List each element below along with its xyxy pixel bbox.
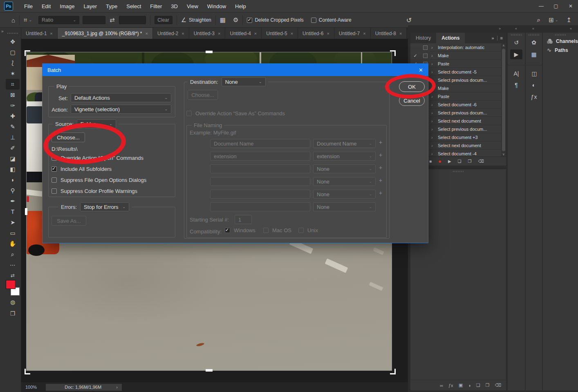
plus-icon[interactable]: +	[379, 190, 382, 196]
menu-item[interactable]: 3D	[166, 3, 182, 9]
document-tab[interactable]: Untitled-3 ×	[189, 28, 226, 39]
action-select[interactable]: Vignette (selection) ⌄	[71, 105, 171, 114]
checkbox[interactable]: ✓	[298, 228, 304, 233]
chevron-right-icon[interactable]: ›	[431, 53, 435, 58]
crop-tool[interactable]: ⌗	[6, 79, 20, 90]
panel-grip[interactable]	[529, 34, 539, 36]
menu-item[interactable]: Type	[101, 3, 122, 9]
tab-actions[interactable]: Actions	[436, 33, 465, 43]
crop-width-input[interactable]	[83, 16, 105, 24]
chevron-right-icon[interactable]: ›	[431, 69, 435, 74]
crop-handle[interactable]	[25, 208, 27, 215]
edit-toolbar[interactable]: ⋯	[6, 260, 20, 270]
chevron-right-icon[interactable]: ›	[431, 135, 435, 140]
chevron-right-icon[interactable]: ›	[431, 119, 435, 123]
close-tab-icon[interactable]: ×	[218, 31, 220, 36]
close-tab-icon[interactable]: ×	[327, 31, 329, 36]
ratio-select[interactable]: Ratio⌄	[38, 16, 79, 24]
options-checkbox[interactable]: ✓ Delete Cropped Pixels	[247, 17, 303, 23]
file-naming-select[interactable]: extension ⌄	[313, 152, 376, 161]
ok-button[interactable]: OK	[399, 81, 425, 92]
panel-item-paths[interactable]: ∿ Paths	[543, 44, 578, 53]
close-tab-icon[interactable]: ×	[291, 31, 293, 36]
document-tab[interactable]: Untitled-1 ×	[21, 28, 58, 39]
chevron-right-icon[interactable]: ›	[431, 94, 435, 99]
file-naming-input[interactable]	[210, 190, 310, 199]
crop-height-input[interactable]	[119, 16, 146, 24]
panel-grip[interactable]	[511, 34, 522, 36]
menu-item[interactable]: View	[182, 3, 203, 9]
adjustments-panel-icon[interactable]: ◐	[528, 80, 540, 90]
quick-mask-icon[interactable]: ◍	[6, 297, 20, 307]
mask-icon[interactable]: ▣	[459, 383, 463, 388]
scrollbar-thumb[interactable]	[502, 49, 505, 151]
dock-expand-icon[interactable]: »	[1, 29, 4, 34]
close-tab-icon[interactable]: ×	[181, 31, 184, 36]
errors-select[interactable]: Stop for Errors ⌄	[80, 202, 129, 211]
chevron-right-icon[interactable]: ›	[431, 127, 435, 132]
swap-colors-icon[interactable]: ⇄	[5, 273, 20, 278]
menu-item[interactable]: Filter	[146, 3, 166, 9]
checkbox[interactable]: ✓	[225, 228, 230, 233]
plus-icon[interactable]: +	[379, 139, 382, 146]
new-action-icon[interactable]: ❐	[468, 159, 472, 164]
type-tool[interactable]: T	[6, 206, 20, 217]
close-icon[interactable]: ✕	[419, 67, 423, 73]
link-icon[interactable]: ∞	[440, 383, 443, 388]
menu-item[interactable]: Window	[203, 3, 231, 9]
menu-item[interactable]: Image	[55, 3, 79, 9]
trash-icon[interactable]: ⌫	[495, 383, 501, 388]
menu-item[interactable]: Edit	[37, 3, 55, 9]
close-tab-icon[interactable]: ×	[254, 31, 257, 36]
healing-brush-tool[interactable]: ✚	[6, 111, 20, 121]
crop-handle[interactable]	[25, 369, 30, 374]
character-panel-icon[interactable]: A|	[508, 65, 525, 78]
home-icon[interactable]: ⌂	[11, 17, 15, 24]
action-item[interactable]: ✓ › Make	[410, 52, 506, 60]
file-naming-select[interactable]: Document Name ⌄	[313, 139, 376, 148]
dock-collapse-icon[interactable]: «	[515, 27, 517, 31]
close-tab-icon[interactable]: ×	[50, 31, 52, 36]
close-tab-icon[interactable]: ×	[145, 31, 148, 36]
source-choose-button[interactable]: Choose...	[52, 132, 85, 142]
dock-collapse-icon[interactable]: «	[570, 27, 572, 31]
clear-button[interactable]: Clear	[155, 16, 173, 24]
file-naming-input[interactable]: extension	[210, 152, 310, 161]
path-selection-tool[interactable]: ➤	[6, 217, 20, 228]
chevron-right-icon[interactable]: ›	[431, 102, 435, 107]
panel-item-channels[interactable]: Channels	[543, 36, 578, 44]
blur-tool[interactable]: ◗	[6, 175, 20, 185]
straighten-icon[interactable]: ∠	[181, 16, 186, 24]
crop-handle[interactable]	[25, 50, 30, 56]
dock-collapse-icon[interactable]: «	[532, 27, 534, 31]
plus-icon[interactable]: +	[379, 164, 382, 171]
document-tab[interactable]: Untitled-2 ×	[153, 28, 189, 39]
straighten-label[interactable]: Straighten	[189, 17, 211, 23]
reset-icon[interactable]: ↺	[406, 16, 412, 24]
screen-mode-icon[interactable]: ❐	[6, 309, 20, 318]
document-tab[interactable]: Untitled-5 ×	[262, 28, 298, 39]
panel-grip[interactable]	[453, 171, 464, 172]
workspace-icon[interactable]: ⊞	[549, 16, 554, 24]
file-naming-input[interactable]: Document Name	[210, 139, 310, 148]
history-brush-tool[interactable]: ✐	[6, 143, 20, 153]
document-tab[interactable]: Untitled-4 ×	[225, 28, 262, 39]
destination-choose-button[interactable]: Choose...	[188, 90, 218, 100]
checkbox[interactable]: ✓	[52, 155, 57, 161]
move-tool[interactable]: ✥	[6, 36, 20, 47]
compatibility-checkbox[interactable]: ✓ Unix	[298, 227, 318, 233]
dialog-title-bar[interactable]: Batch ✕	[43, 64, 428, 76]
chevron-right-icon[interactable]: ›	[431, 78, 435, 83]
stop-icon[interactable]: ■	[429, 159, 432, 164]
source-select[interactable]: Folder ⌄	[77, 119, 116, 128]
search-icon[interactable]: ⌕	[537, 16, 540, 24]
file-naming-input[interactable]	[210, 164, 310, 173]
close-icon[interactable]: ✕	[563, 0, 578, 12]
play-icon[interactable]: ▶	[448, 159, 451, 164]
rectangle-tool[interactable]: ▭	[6, 228, 20, 238]
dock-collapse-icon[interactable]: »	[499, 27, 501, 31]
zoom-level[interactable]: 100%	[25, 385, 43, 390]
source-checkbox[interactable]: ✓ Suppress Color Profile Warnings	[52, 188, 137, 194]
file-naming-select[interactable]: None ⌄	[313, 177, 376, 186]
checkbox[interactable]: ✓	[247, 18, 252, 23]
